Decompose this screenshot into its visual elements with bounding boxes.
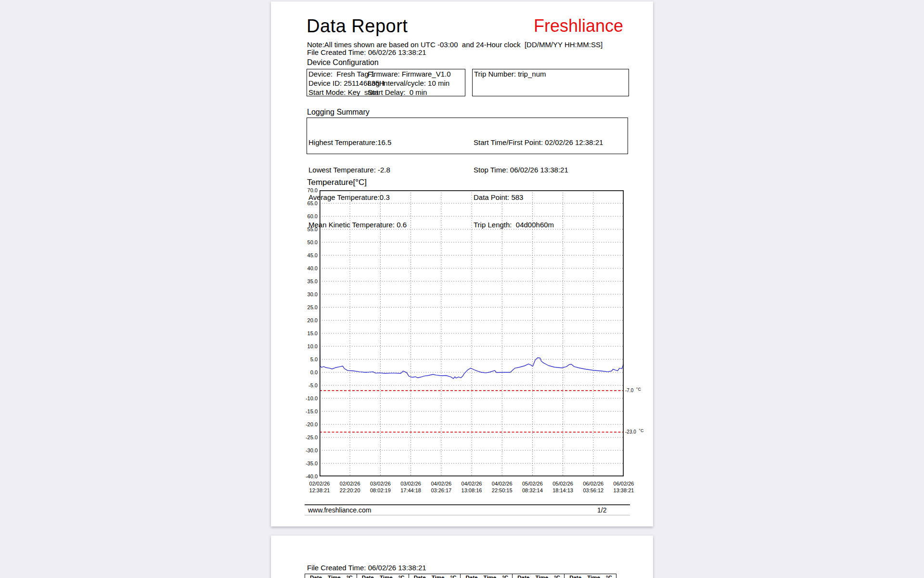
device-config-row: Device: Fresh Tag 1 Firmware: Firmware_V… <box>307 69 465 79</box>
y-tick-label: 10.0 <box>290 343 318 349</box>
table-header-cell: DateTime°C <box>409 574 461 578</box>
page-title: Data Report <box>307 16 408 37</box>
start-time-first-point: Start Time/First Point: 02/02/26 12:38:2… <box>474 138 603 147</box>
y-tick-label: 60.0 <box>290 213 318 219</box>
table-header-label: Date <box>362 575 374 578</box>
table-header-label: Date <box>310 575 322 578</box>
y-tick-label: 35.0 <box>290 278 318 284</box>
temperature-chart-plot <box>320 190 624 476</box>
table-header-label: Date <box>414 575 426 578</box>
table-header-cell: DateTime°C <box>305 574 357 578</box>
trip-number-box: Trip Number: trip_num <box>472 69 629 96</box>
y-tick-label: -35.0 <box>290 460 318 466</box>
footer: www.freshliance.com 1/2 <box>305 505 630 515</box>
device-config-row: Device ID: 251146835H Log Interval/cycle… <box>307 79 465 88</box>
device-id-label: Device ID: 251146835H <box>308 79 368 88</box>
y-tick-label: 70.0 <box>290 187 318 193</box>
y-tick-label: -30.0 <box>290 447 318 453</box>
y-tick-label: 20.0 <box>290 317 318 323</box>
table-header-label: °C <box>450 575 457 578</box>
table-header-cell: DateTime°C <box>461 574 513 578</box>
highest-temperature: Highest Temperature:16.5 <box>308 138 407 147</box>
start-delay-label: Start Delay: 0 min <box>368 88 427 97</box>
y-tick-label: 40.0 <box>290 265 318 271</box>
chart-title: Temperature[°C] <box>307 178 367 187</box>
report-page-2: File Created Time: 06/02/26 13:38:21 Dat… <box>271 536 653 578</box>
y-tick-label: 15.0 <box>290 330 318 336</box>
table-header-label: Date <box>569 575 581 578</box>
table-header-label: Time <box>535 575 548 578</box>
y-tick-label: 65.0 <box>290 200 318 206</box>
file-created-time-page2: File Created Time: 06/02/26 13:38:21 <box>307 564 426 572</box>
y-tick-label: -25.0 <box>290 434 318 440</box>
device-label: Device: Fresh Tag 1 <box>308 69 368 79</box>
table-header-label: °C <box>606 575 612 578</box>
log-interval-label: Log Interval/cycle: 10 min <box>368 79 449 88</box>
threshold-label: -7.0 °C <box>625 388 641 393</box>
lowest-temperature: Lowest Temperature: -2.8 <box>308 165 407 174</box>
y-tick-label: 55.0 <box>290 226 318 232</box>
y-tick-label: -10.0 <box>290 395 318 401</box>
logging-summary-box: Highest Temperature:16.5 Lowest Temperat… <box>307 118 628 154</box>
device-config-row: Start Mode: Key_start Start Delay: 0 min <box>307 88 465 97</box>
table-header-label: Date <box>465 575 477 578</box>
device-configuration-heading: Device Configuration <box>307 58 379 67</box>
table-header-label: Time <box>587 575 600 578</box>
trip-number-label: Trip Number: trip_num <box>473 69 629 79</box>
data-table-header-row: DateTime°CDateTime°CDateTime°CDateTime°C… <box>305 574 616 578</box>
y-tick-label: 30.0 <box>290 291 318 297</box>
y-tick-label: -40.0 <box>290 473 318 479</box>
table-header-label: Time <box>380 575 393 578</box>
firmware-label: Firmware: Firmware_V1.0 <box>368 69 451 79</box>
threshold-label: -23.0 °C <box>625 429 643 434</box>
table-header-label: Time <box>484 575 497 578</box>
y-tick-label: 50.0 <box>290 239 318 245</box>
footer-website-link[interactable]: www.freshliance.com <box>308 506 372 514</box>
y-tick-label: 45.0 <box>290 252 318 258</box>
y-tick-label: 5.0 <box>290 356 318 362</box>
table-header-label: Time <box>432 575 445 578</box>
x-tick-label: 06/02/2613:38:21 <box>603 480 644 494</box>
y-tick-label: -5.0 <box>290 382 318 388</box>
table-header-label: °C <box>554 575 560 578</box>
table-header-label: °C <box>502 575 508 578</box>
y-tick-label: -20.0 <box>290 421 318 427</box>
start-mode-label: Start Mode: Key_start <box>308 88 368 97</box>
brand-logo-text: Freshliance <box>534 16 623 36</box>
threshold-unit: °C <box>639 428 643 433</box>
threshold-unit: °C <box>636 387 641 392</box>
stop-time: Stop Time: 06/02/26 13:38:21 <box>474 165 603 174</box>
y-tick-label: -15.0 <box>290 408 318 414</box>
logging-summary-heading: Logging Summary <box>307 108 370 117</box>
table-header-label: °C <box>398 575 405 578</box>
timezone-note: Note:All times shown are based on UTC -0… <box>307 40 603 49</box>
table-header-label: °C <box>346 575 353 578</box>
table-header-label: Date <box>517 575 529 578</box>
file-created-time: File Created Time: 06/02/26 13:38:21 <box>307 48 426 56</box>
page-number: 1/2 <box>597 506 606 514</box>
table-header-cell: DateTime°C <box>513 574 565 578</box>
table-header-cell: DateTime°C <box>565 574 616 578</box>
table-header-cell: DateTime°C <box>357 574 409 578</box>
report-page-1: Data Report Freshliance Note:All times s… <box>271 1 653 526</box>
y-tick-label: 0.0 <box>290 369 318 375</box>
device-configuration-box: Device: Fresh Tag 1 Firmware: Firmware_V… <box>307 69 465 96</box>
table-header-label: Time <box>328 575 341 578</box>
y-tick-label: 25.0 <box>290 304 318 310</box>
